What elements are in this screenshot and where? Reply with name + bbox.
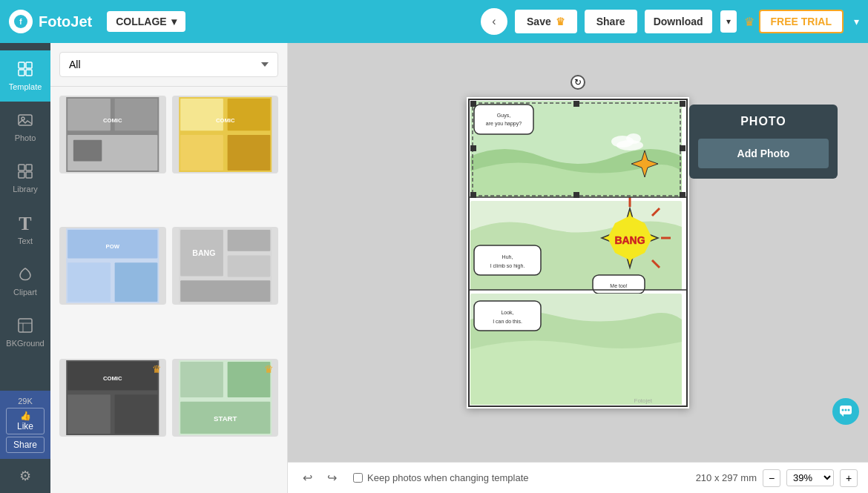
svg-text:Fotojet: Fotojet (634, 397, 653, 404)
svg-rect-3 (26, 62, 32, 68)
svg-text:COMIC: COMIC (215, 117, 234, 124)
svg-rect-22 (180, 99, 223, 130)
sidebar-bottom: 29K 👍 Like Share ⚙ (0, 391, 50, 493)
svg-rect-5 (26, 70, 32, 76)
template-thumb-3[interactable]: POW (59, 227, 166, 305)
share-button[interactable]: Share (585, 10, 637, 33)
svg-rect-23 (227, 99, 270, 130)
header-dropdown-arrow[interactable]: ▾ (854, 16, 859, 27)
svg-text:are you happy?: are you happy? (486, 121, 522, 127)
svg-text:Look,: Look, (501, 310, 513, 315)
zoom-minus-button[interactable]: − (763, 469, 780, 487)
svg-rect-19 (73, 140, 102, 162)
trial-crown-icon: ♛ (744, 15, 754, 29)
svg-text:POW: POW (106, 243, 120, 250)
social-share-label: Share (13, 440, 37, 450)
library-icon (17, 163, 33, 182)
dimension-label: 210 x 297 mm (696, 472, 757, 483)
back-button[interactable]: ‹ (481, 8, 507, 35)
save-label: Save (527, 16, 551, 27)
clipart-label: Clipart (13, 288, 37, 297)
photo-popup-title: PHOTO (689, 105, 838, 139)
svg-rect-41 (115, 394, 158, 434)
svg-rect-36 (180, 281, 270, 302)
bkground-label: BKGround (6, 339, 44, 348)
svg-text:START: START (214, 414, 237, 422)
template-thumb-5[interactable]: COMIC ♛ (59, 359, 166, 437)
add-photo-button[interactable]: Add Photo (698, 139, 829, 168)
free-trial-area: ♛ FREE TRIAL (744, 10, 844, 33)
text-icon: T (19, 214, 31, 234)
svg-rect-29 (68, 262, 111, 302)
svg-rect-62 (573, 101, 579, 107)
canvas-workspace[interactable]: ↻ Guys, are you h (288, 43, 868, 462)
main-layout: Template Photo Library (0, 43, 868, 493)
svg-text:I climb so high.: I climb so high. (490, 263, 525, 269)
crown-badge-5: ♛ (152, 363, 162, 375)
svg-rect-17 (115, 99, 158, 130)
template-thumb-4[interactable]: BANG (172, 227, 279, 305)
settings-item[interactable]: ⚙ (0, 459, 50, 493)
keep-photos-text: Keep photos when changing template (367, 472, 529, 483)
crown-badge-6: ♛ (264, 363, 274, 375)
social-share-button[interactable]: Share (6, 437, 45, 453)
svg-rect-59 (680, 101, 685, 107)
download-label: Download (654, 16, 703, 27)
filter-select[interactable]: All Free Premium (59, 52, 278, 77)
canvas-doc-container: ↻ Guys, are you h (467, 97, 689, 408)
svg-point-55 (617, 140, 643, 150)
sidebar-item-photo[interactable]: Photo (0, 102, 50, 153)
download-dropdown-button[interactable]: ▾ (720, 10, 737, 33)
svg-rect-30 (115, 262, 158, 302)
zoom-plus-button[interactable]: + (840, 469, 858, 487)
svg-rect-8 (19, 165, 24, 171)
library-label: Library (13, 185, 38, 193)
svg-rect-9 (26, 165, 32, 171)
chat-icon[interactable] (832, 398, 859, 425)
collage-button[interactable]: COLLAGE ▾ (107, 11, 185, 32)
svg-text:Me too!: Me too! (610, 283, 627, 288)
keep-photos-label[interactable]: Keep photos when changing template (353, 472, 529, 483)
sidebar-item-bkground[interactable]: BKGround (0, 307, 50, 358)
svg-rect-24 (180, 135, 223, 171)
svg-rect-80 (474, 301, 541, 331)
canvas-document[interactable]: Guys, are you happy? (467, 97, 689, 408)
logo-icon: f (9, 10, 33, 33)
photo-icon (17, 112, 33, 130)
download-button[interactable]: Download (645, 10, 712, 33)
template-thumb-6[interactable]: START ♛ (172, 359, 279, 437)
template-label: Template (9, 82, 42, 91)
collage-label: COLLAGE (116, 16, 166, 27)
canvas-bottom: ↩ ↪ Keep photos when changing template 2… (288, 462, 868, 493)
undo-button[interactable]: ↩ (298, 468, 317, 488)
save-button[interactable]: Save ♛ (515, 10, 577, 33)
svg-point-89 (845, 409, 847, 411)
like-button[interactable]: 👍 Like (6, 408, 45, 434)
template-thumb-2[interactable]: COMIC (172, 96, 279, 173)
sidebar-item-clipart[interactable]: Clipart (0, 256, 50, 307)
svg-text:Guys,: Guys, (497, 113, 510, 119)
svg-rect-10 (19, 172, 24, 178)
sidebar-icons: Template Photo Library (0, 43, 50, 493)
template-panel: All Free Premium COMIC (50, 43, 288, 493)
svg-text:BANG: BANG (192, 248, 215, 257)
svg-text:I can do this.: I can do this. (493, 319, 522, 324)
sidebar-item-template[interactable]: Template (0, 50, 50, 102)
svg-rect-2 (19, 62, 24, 68)
social-count: 29K (6, 397, 45, 406)
svg-rect-64 (470, 145, 476, 151)
keep-photos-checkbox[interactable] (353, 473, 363, 483)
template-thumb-1[interactable]: COMIC (59, 96, 166, 173)
redo-button[interactable]: ↪ (323, 468, 341, 488)
free-trial-button[interactable]: FREE TRIAL (759, 10, 844, 33)
templates-grid: COMIC COMIC (50, 87, 287, 493)
sidebar-item-text[interactable]: T Text (0, 204, 50, 256)
svg-point-90 (848, 409, 850, 411)
svg-rect-35 (227, 256, 270, 277)
rotate-handle[interactable]: ↻ (571, 75, 585, 90)
sidebar-item-library[interactable]: Library (0, 153, 50, 204)
share-label: Share (596, 16, 625, 27)
zoom-select[interactable]: 39% 50% 75% 100% (786, 469, 834, 486)
svg-rect-58 (470, 101, 476, 107)
svg-rect-74 (474, 245, 541, 275)
